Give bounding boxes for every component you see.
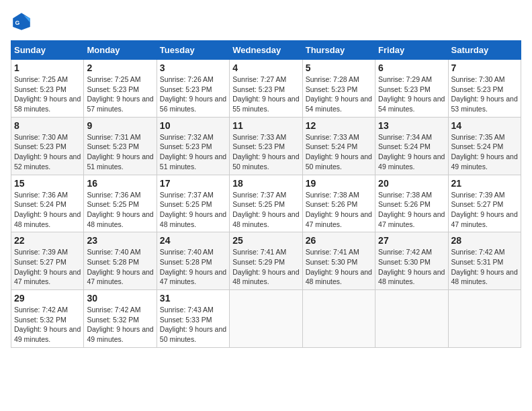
calendar-cell: 24Sunrise: 7:40 AMSunset: 5:28 PMDayligh… (157, 232, 229, 290)
day-number: 18 (232, 178, 299, 189)
cell-detail: Sunrise: 7:43 AMSunset: 5:33 PMDaylight:… (160, 305, 226, 345)
calendar-cell (302, 290, 375, 348)
cell-detail: Sunrise: 7:25 AMSunset: 5:23 PMDaylight:… (87, 75, 153, 114)
day-number: 17 (160, 178, 226, 189)
calendar-cell (448, 290, 521, 348)
day-number: 15 (14, 178, 81, 189)
cell-detail: Sunrise: 7:42 AMSunset: 5:30 PMDaylight:… (378, 247, 445, 287)
calendar-cell: 25Sunrise: 7:41 AMSunset: 5:29 PMDayligh… (230, 232, 302, 290)
calendar-cell: 28Sunrise: 7:42 AMSunset: 5:31 PMDayligh… (448, 232, 521, 290)
cell-detail: Sunrise: 7:41 AMSunset: 5:29 PMDaylight:… (232, 247, 299, 287)
calendar-cell (230, 290, 302, 348)
cell-detail: Sunrise: 7:36 AMSunset: 5:25 PMDaylight:… (87, 190, 153, 230)
calendar-header-row: SundayMondayTuesdayWednesdayThursdayFrid… (11, 41, 521, 60)
cell-detail: Sunrise: 7:41 AMSunset: 5:30 PMDaylight:… (306, 247, 372, 287)
cell-detail: Sunrise: 7:35 AMSunset: 5:24 PMDaylight:… (451, 132, 518, 172)
calendar-cell (375, 290, 448, 348)
day-number: 21 (451, 178, 518, 189)
calendar-cell: 10Sunrise: 7:32 AMSunset: 5:23 PMDayligh… (157, 117, 229, 175)
cell-detail: Sunrise: 7:25 AMSunset: 5:23 PMDaylight:… (14, 75, 81, 114)
cell-detail: Sunrise: 7:37 AMSunset: 5:25 PMDaylight:… (160, 190, 226, 230)
cell-detail: Sunrise: 7:38 AMSunset: 5:26 PMDaylight:… (306, 190, 372, 230)
day-number: 9 (87, 120, 153, 131)
calendar-cell: 17Sunrise: 7:37 AMSunset: 5:25 PMDayligh… (157, 175, 229, 232)
day-number: 5 (306, 62, 372, 73)
cell-detail: Sunrise: 7:40 AMSunset: 5:28 PMDaylight:… (87, 247, 153, 287)
calendar-cell: 27Sunrise: 7:42 AMSunset: 5:30 PMDayligh… (375, 232, 448, 290)
cell-detail: Sunrise: 7:33 AMSunset: 5:23 PMDaylight:… (232, 132, 299, 172)
day-number: 16 (87, 178, 153, 189)
cell-detail: Sunrise: 7:30 AMSunset: 5:23 PMDaylight:… (14, 132, 81, 172)
day-number: 12 (306, 120, 372, 131)
logo: G (11, 11, 35, 32)
day-number: 10 (160, 120, 226, 131)
calendar-week-3: 22Sunrise: 7:39 AMSunset: 5:27 PMDayligh… (11, 232, 521, 290)
page-header: G (11, 11, 521, 32)
cell-detail: Sunrise: 7:42 AMSunset: 5:31 PMDaylight:… (451, 247, 518, 287)
calendar-week-0: 1Sunrise: 7:25 AMSunset: 5:23 PMDaylight… (11, 60, 521, 118)
day-number: 3 (160, 62, 226, 73)
header-sunday: Sunday (11, 41, 84, 60)
day-number: 1 (14, 62, 81, 73)
day-number: 7 (451, 62, 518, 73)
calendar-cell: 14Sunrise: 7:35 AMSunset: 5:24 PMDayligh… (448, 117, 521, 175)
calendar-cell: 9Sunrise: 7:31 AMSunset: 5:23 PMDaylight… (84, 117, 157, 175)
calendar-cell: 20Sunrise: 7:38 AMSunset: 5:26 PMDayligh… (375, 175, 448, 232)
cell-detail: Sunrise: 7:38 AMSunset: 5:26 PMDaylight:… (378, 190, 445, 230)
calendar-table: SundayMondayTuesdayWednesdayThursdayFrid… (11, 40, 521, 348)
calendar-cell: 8Sunrise: 7:30 AMSunset: 5:23 PMDaylight… (11, 117, 84, 175)
calendar-cell: 21Sunrise: 7:39 AMSunset: 5:27 PMDayligh… (448, 175, 521, 232)
day-number: 19 (306, 178, 372, 189)
header-tuesday: Tuesday (157, 41, 229, 60)
cell-detail: Sunrise: 7:29 AMSunset: 5:23 PMDaylight:… (378, 75, 445, 114)
cell-detail: Sunrise: 7:32 AMSunset: 5:23 PMDaylight:… (160, 132, 226, 172)
cell-detail: Sunrise: 7:40 AMSunset: 5:28 PMDaylight:… (160, 247, 226, 287)
header-thursday: Thursday (302, 41, 375, 60)
cell-detail: Sunrise: 7:26 AMSunset: 5:23 PMDaylight:… (160, 75, 226, 114)
calendar-cell: 2Sunrise: 7:25 AMSunset: 5:23 PMDaylight… (84, 60, 157, 118)
calendar-cell: 16Sunrise: 7:36 AMSunset: 5:25 PMDayligh… (84, 175, 157, 232)
day-number: 22 (14, 235, 81, 246)
cell-detail: Sunrise: 7:33 AMSunset: 5:24 PMDaylight:… (306, 132, 372, 172)
calendar-cell: 11Sunrise: 7:33 AMSunset: 5:23 PMDayligh… (230, 117, 302, 175)
day-number: 27 (378, 235, 445, 246)
day-number: 2 (87, 62, 153, 73)
cell-detail: Sunrise: 7:36 AMSunset: 5:24 PMDaylight:… (14, 190, 81, 230)
day-number: 11 (232, 120, 299, 131)
calendar-cell: 26Sunrise: 7:41 AMSunset: 5:30 PMDayligh… (302, 232, 375, 290)
svg-text:G: G (15, 19, 19, 26)
calendar-week-4: 29Sunrise: 7:42 AMSunset: 5:32 PMDayligh… (11, 290, 521, 348)
logo-icon: G (11, 11, 32, 32)
calendar-cell: 1Sunrise: 7:25 AMSunset: 5:23 PMDaylight… (11, 60, 84, 118)
day-number: 13 (378, 120, 445, 131)
cell-detail: Sunrise: 7:28 AMSunset: 5:23 PMDaylight:… (306, 75, 372, 114)
cell-detail: Sunrise: 7:34 AMSunset: 5:24 PMDaylight:… (378, 132, 445, 172)
calendar-week-1: 8Sunrise: 7:30 AMSunset: 5:23 PMDaylight… (11, 117, 521, 175)
calendar-cell: 19Sunrise: 7:38 AMSunset: 5:26 PMDayligh… (302, 175, 375, 232)
day-number: 14 (451, 120, 518, 131)
calendar-cell: 22Sunrise: 7:39 AMSunset: 5:27 PMDayligh… (11, 232, 84, 290)
cell-detail: Sunrise: 7:37 AMSunset: 5:25 PMDaylight:… (232, 190, 299, 230)
day-number: 24 (160, 235, 226, 246)
day-number: 25 (232, 235, 299, 246)
calendar-cell: 23Sunrise: 7:40 AMSunset: 5:28 PMDayligh… (84, 232, 157, 290)
day-number: 29 (14, 293, 81, 304)
cell-detail: Sunrise: 7:27 AMSunset: 5:23 PMDaylight:… (232, 75, 299, 114)
day-number: 6 (378, 62, 445, 73)
calendar-cell: 3Sunrise: 7:26 AMSunset: 5:23 PMDaylight… (157, 60, 229, 118)
calendar-week-2: 15Sunrise: 7:36 AMSunset: 5:24 PMDayligh… (11, 175, 521, 232)
cell-detail: Sunrise: 7:31 AMSunset: 5:23 PMDaylight:… (87, 132, 153, 172)
cell-detail: Sunrise: 7:42 AMSunset: 5:32 PMDaylight:… (87, 305, 153, 345)
day-number: 4 (232, 62, 299, 73)
calendar-cell: 12Sunrise: 7:33 AMSunset: 5:24 PMDayligh… (302, 117, 375, 175)
cell-detail: Sunrise: 7:30 AMSunset: 5:23 PMDaylight:… (451, 75, 518, 114)
cell-detail: Sunrise: 7:42 AMSunset: 5:32 PMDaylight:… (14, 305, 81, 345)
calendar-cell: 31Sunrise: 7:43 AMSunset: 5:33 PMDayligh… (157, 290, 229, 348)
cell-detail: Sunrise: 7:39 AMSunset: 5:27 PMDaylight:… (451, 190, 518, 230)
day-number: 8 (14, 120, 81, 131)
header-monday: Monday (84, 41, 157, 60)
day-number: 28 (451, 235, 518, 246)
calendar-cell: 15Sunrise: 7:36 AMSunset: 5:24 PMDayligh… (11, 175, 84, 232)
calendar-cell: 7Sunrise: 7:30 AMSunset: 5:23 PMDaylight… (448, 60, 521, 118)
calendar-body: 1Sunrise: 7:25 AMSunset: 5:23 PMDaylight… (11, 60, 521, 348)
